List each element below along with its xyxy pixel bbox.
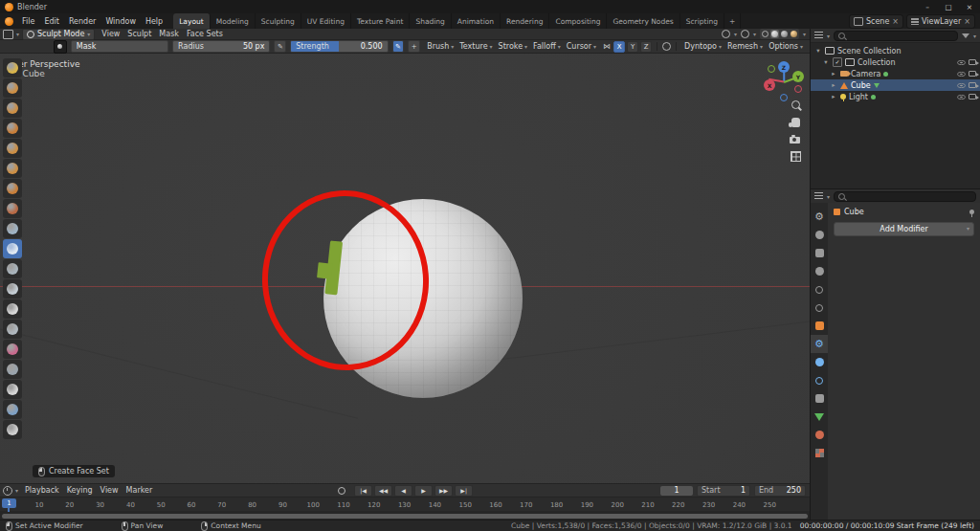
minimize-button[interactable]: –	[917, 3, 938, 11]
workspace-tab-shading[interactable]: Shading	[410, 13, 451, 29]
end-frame-field[interactable]: End 250	[754, 485, 806, 497]
expand-icon[interactable]: ▾	[822, 58, 830, 66]
unlink-scene-icon[interactable]: ×	[892, 17, 899, 26]
properties-tab-render[interactable]	[811, 226, 828, 244]
shading-wireframe-button[interactable]	[761, 30, 769, 38]
workspace-tab-uv-editing[interactable]: UV Editing	[301, 13, 351, 29]
brush-name-field[interactable]: Mask	[71, 40, 168, 53]
play-reverse-button[interactable]: ◀	[394, 485, 412, 497]
properties-tab-texture[interactable]	[811, 444, 828, 462]
tool-nudge[interactable]	[3, 380, 22, 399]
properties-tab-material[interactable]	[811, 426, 828, 444]
camera-view-icon[interactable]	[788, 133, 801, 146]
tool-crease[interactable]	[3, 199, 22, 218]
gizmos-toggle-icon[interactable]	[722, 30, 730, 38]
properties-tab-particles[interactable]	[811, 353, 828, 371]
editor-type-icon[interactable]	[3, 30, 13, 39]
viewport-canvas[interactable]: User Perspective (1) Cube Z X Y Create F…	[0, 54, 810, 483]
filter-icon[interactable]	[962, 33, 969, 38]
hide-in-viewport-toggle[interactable]	[957, 83, 966, 88]
orthographic-toggle-icon[interactable]	[789, 149, 802, 163]
collection-checkbox[interactable]: ✓	[833, 57, 842, 67]
tool-rotate[interactable]	[3, 400, 22, 419]
expand-icon[interactable]: ▸	[830, 81, 837, 89]
timeline-editor-icon[interactable]	[3, 486, 12, 496]
hide-in-viewport-toggle[interactable]	[957, 72, 966, 77]
viewport-menu-sculpt[interactable]: Sculpt	[123, 30, 155, 38]
viewport-menu-mask[interactable]: Mask	[155, 30, 183, 38]
playhead[interactable]: 1	[2, 498, 16, 508]
tool-draw-face-sets[interactable]	[3, 259, 22, 278]
outliner-editor-icon[interactable]	[814, 32, 823, 39]
auto-keying-toggle[interactable]	[338, 487, 345, 495]
properties-tab-tool[interactable]: ⚙	[811, 208, 828, 226]
tool-blob[interactable]	[3, 179, 22, 198]
properties-search-input[interactable]	[834, 191, 976, 202]
radius-pressure-toggle[interactable]: ✎	[274, 40, 286, 53]
viewport-menu-face-sets[interactable]: Face Sets	[183, 30, 227, 38]
symmetry-z-toggle[interactable]: Z	[640, 41, 652, 53]
workspace-tab-modeling[interactable]: Modeling	[211, 13, 256, 29]
tool-draw[interactable]	[3, 58, 22, 77]
outliner-row-light[interactable]: ▸Light	[811, 91, 980, 102]
jump-to-end-button[interactable]: ▶|	[455, 485, 473, 497]
maximize-button[interactable]: □	[938, 3, 959, 11]
cursor-popover[interactable]: Cursor	[564, 42, 599, 51]
tool-thumb[interactable]	[3, 340, 22, 359]
disable-in-renders-toggle[interactable]	[969, 71, 976, 77]
tool-clay-strips[interactable]	[3, 119, 22, 138]
viewlayer-selector[interactable]: ViewLayer ×	[906, 14, 975, 29]
shading-solid-button[interactable]	[770, 30, 779, 38]
workspace-tab-texture-paint[interactable]: Texture Paint	[351, 13, 410, 29]
gizmo-z-axis[interactable]: Z	[778, 61, 790, 73]
gizmo-y-axis[interactable]: Y	[792, 71, 804, 82]
properties-tab-physics[interactable]	[811, 371, 828, 389]
timeline-menu-marker[interactable]: Marker	[122, 486, 157, 495]
remove-viewlayer-icon[interactable]: ×	[964, 17, 970, 26]
workspace-tab-layout[interactable]: Layout	[173, 13, 211, 29]
timeline-menu-keying[interactable]: Keying	[63, 486, 97, 495]
expand-icon[interactable]: ▸	[830, 70, 837, 77]
tool-draw-sharp[interactable]	[3, 78, 22, 98]
tool-elastic-deform[interactable]	[3, 299, 22, 319]
scrollbar-thumb[interactable]	[2, 514, 808, 519]
properties-tab-view-layer[interactable]	[811, 262, 828, 280]
menu-edit[interactable]: Edit	[39, 17, 64, 26]
outliner-search-input[interactable]	[834, 31, 958, 41]
close-button[interactable]: ×	[959, 3, 980, 11]
gizmo-x-negative[interactable]	[794, 85, 802, 93]
frame-ruler[interactable]: 1 10203040506070809010011012013014015016…	[0, 497, 810, 511]
brush-popover[interactable]: Brush	[424, 42, 457, 51]
menu-render[interactable]: Render	[64, 17, 100, 26]
mode-selector[interactable]: Sculpt Mode	[22, 29, 95, 40]
zoom-tool-icon[interactable]	[789, 98, 802, 111]
disable-in-renders-toggle[interactable]	[969, 94, 976, 100]
properties-tab-scene[interactable]	[811, 280, 828, 299]
add-workspace-button[interactable]: +	[724, 13, 741, 29]
properties-editor-icon[interactable]	[814, 192, 823, 200]
options-popover[interactable]: Options	[766, 42, 806, 51]
pin-icon[interactable]	[969, 210, 974, 214]
gizmo-y-negative[interactable]	[768, 65, 775, 73]
tool-clay[interactable]	[3, 99, 22, 118]
workspace-tab-compositing[interactable]: Compositing	[549, 13, 607, 29]
add-brush-button[interactable]: +	[408, 40, 420, 53]
menu-window[interactable]: Window	[100, 17, 141, 26]
workspace-tab-sculpting[interactable]: Sculpting	[256, 13, 301, 29]
gizmo-x-axis[interactable]: X	[764, 79, 775, 91]
next-keyframe-button[interactable]: ▶▶	[434, 485, 453, 497]
radius-slider[interactable]: Radius 50 px	[172, 40, 270, 53]
blender-menu-icon[interactable]	[5, 17, 13, 26]
outliner-row-camera[interactable]: ▸Camera	[811, 68, 980, 79]
remesh-popover[interactable]: Remesh	[724, 42, 766, 51]
shading-rendered-button[interactable]	[790, 30, 798, 38]
menu-help[interactable]: Help	[141, 17, 167, 26]
disable-in-renders-toggle[interactable]	[969, 82, 976, 88]
symmetry-x-toggle[interactable]: X	[613, 41, 625, 53]
outliner-row-cube[interactable]: ▸Cube	[811, 79, 980, 91]
tool-grab[interactable]	[3, 279, 22, 299]
tool-layer[interactable]	[3, 139, 22, 158]
pivot-icon[interactable]	[662, 42, 671, 51]
stroke-popover[interactable]: Stroke	[496, 42, 531, 51]
tool-smooth[interactable]	[3, 219, 22, 238]
